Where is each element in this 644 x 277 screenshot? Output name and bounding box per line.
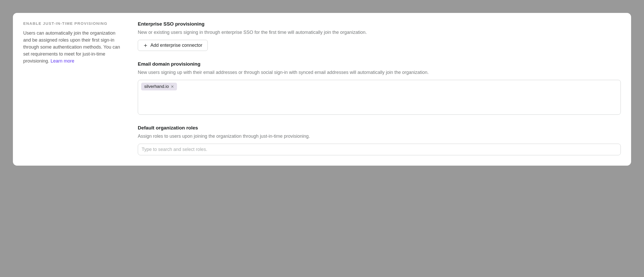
enterprise-sso-section: Enterprise SSO provisioning New or exist… [138,21,621,51]
add-enterprise-connector-button[interactable]: Add enterprise connector [138,40,208,51]
email-domain-section: Email domain provisioning New users sign… [138,61,621,115]
section-title: ENABLE JUST-IN-TIME PROVISIONING [23,21,121,26]
section-description: Users can automatically join the organiz… [23,30,121,65]
domain-tag-label: silverhand.io [144,84,169,89]
add-enterprise-connector-label: Add enterprise connector [150,43,202,48]
enterprise-sso-description: New or existing users signing in through… [138,29,621,36]
plus-icon [143,43,148,48]
right-column: Enterprise SSO provisioning New or exist… [138,21,621,155]
left-column: ENABLE JUST-IN-TIME PROVISIONING Users c… [23,21,121,155]
default-roles-heading: Default organization roles [138,125,621,131]
email-domain-heading: Email domain provisioning [138,61,621,67]
default-roles-section: Default organization roles Assign roles … [138,125,621,155]
enterprise-sso-heading: Enterprise SSO provisioning [138,21,621,27]
default-roles-description: Assign roles to users upon joining the o… [138,133,621,140]
email-domain-description: New users signing up with their email ad… [138,69,621,76]
settings-card: ENABLE JUST-IN-TIME PROVISIONING Users c… [13,13,631,166]
email-domain-input[interactable]: silverhand.io [138,80,621,115]
learn-more-link[interactable]: Learn more [51,58,74,64]
remove-tag-button[interactable] [170,84,174,89]
domain-tag: silverhand.io [141,83,177,90]
close-icon [171,85,174,88]
roles-search-input[interactable] [138,144,621,155]
